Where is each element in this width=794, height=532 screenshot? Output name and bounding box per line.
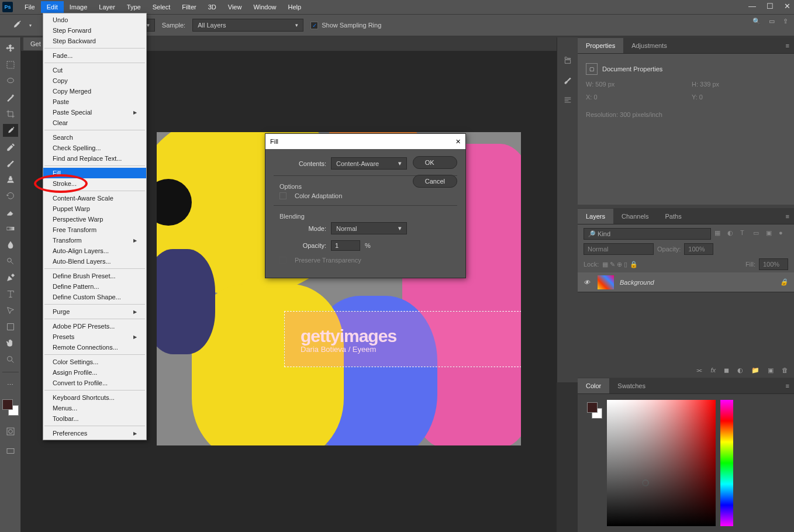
layer-row-background[interactable]: 👁 Background 🔒	[578, 272, 794, 292]
group-icon[interactable]: 📁	[751, 367, 760, 374]
marquee-tool[interactable]	[3, 58, 18, 71]
fill-dialog-titlebar[interactable]: Fill ✕	[265, 134, 465, 149]
hand-tool[interactable]	[3, 337, 18, 350]
link-layers-icon[interactable]: ⫘	[696, 367, 702, 374]
dodge-tool[interactable]	[3, 255, 18, 268]
path-selection-tool[interactable]	[3, 304, 18, 317]
menu-item-presets[interactable]: Presets▶	[43, 331, 146, 342]
menu-select[interactable]: Select	[147, 1, 177, 13]
menu-item-perspective-warp[interactable]: Perspective Warp	[43, 214, 146, 224]
menu-item-fill[interactable]: Fill...	[43, 168, 146, 178]
edit-toolbar-button[interactable]: ⋯	[3, 378, 18, 391]
delete-layer-icon[interactable]: 🗑	[782, 367, 788, 374]
menu-item-puppet-warp[interactable]: Puppet Warp	[43, 203, 146, 214]
filter-pixel-icon[interactable]: ▦	[714, 229, 724, 239]
menu-item-assign-profile[interactable]: Assign Profile...	[43, 367, 146, 378]
layer-filter-select[interactable]: 🔎 Kind	[584, 228, 711, 240]
menu-file[interactable]: File	[19, 1, 41, 13]
menu-edit[interactable]: Edit	[41, 1, 64, 13]
menu-item-purge[interactable]: Purge▶	[43, 306, 146, 317]
layer-mask-icon[interactable]: ◼	[724, 367, 729, 374]
tool-dropdown-icon[interactable]: ▾	[29, 23, 32, 28]
lasso-tool[interactable]	[3, 75, 18, 88]
maximize-button[interactable]: ☐	[767, 2, 774, 11]
eyedropper-tool[interactable]	[3, 124, 18, 137]
menu-help[interactable]: Help	[282, 1, 308, 13]
workspace-icon[interactable]: ▭	[769, 18, 775, 25]
filter-smart-icon[interactable]: ▣	[766, 229, 775, 239]
menu-item-paste[interactable]: Paste	[43, 96, 146, 107]
menu-item-keyboard-shortcuts[interactable]: Keyboard Shortcuts...	[43, 392, 146, 403]
menu-item-check-spelling[interactable]: Check Spelling...	[43, 143, 146, 153]
menu-item-color-settings[interactable]: Color Settings...	[43, 357, 146, 367]
menu-item-stroke[interactable]: Stroke...	[43, 178, 146, 189]
cancel-button[interactable]: Cancel	[413, 175, 457, 188]
history-panel-icon[interactable]	[561, 54, 574, 67]
crop-tool[interactable]	[3, 108, 18, 120]
menu-item-remote-connections[interactable]: Remote Connections...	[43, 342, 146, 353]
close-button[interactable]: ✕	[784, 2, 790, 11]
menu-item-copy[interactable]: Copy	[43, 75, 146, 86]
tab-swatches[interactable]: Swatches	[609, 378, 654, 393]
tab-color[interactable]: Color	[578, 378, 609, 393]
paragraph-panel-icon[interactable]	[561, 94, 574, 106]
quick-mask-toggle[interactable]	[3, 425, 18, 438]
opacity-input[interactable]	[331, 240, 360, 251]
foreground-background-colors[interactable]	[2, 399, 19, 416]
hue-slider[interactable]	[720, 400, 733, 526]
healing-brush-tool[interactable]	[3, 140, 18, 153]
menu-item-search[interactable]: Search	[43, 132, 146, 143]
menu-3d[interactable]: 3D	[202, 1, 222, 13]
visibility-toggle-icon[interactable]: 👁	[584, 279, 592, 286]
ok-button[interactable]: OK	[413, 156, 457, 169]
menu-item-undo[interactable]: Undo	[43, 15, 146, 25]
type-tool[interactable]	[3, 288, 18, 300]
filter-type-icon[interactable]: T	[740, 229, 750, 239]
tab-channels[interactable]: Channels	[613, 209, 657, 224]
menu-item-menus[interactable]: Menus...	[43, 403, 146, 413]
zoom-tool[interactable]	[3, 353, 18, 366]
tab-paths[interactable]: Paths	[657, 209, 690, 224]
menu-item-toolbar[interactable]: Toolbar...	[43, 413, 146, 424]
menu-view[interactable]: View	[222, 1, 248, 13]
gradient-tool[interactable]	[3, 222, 18, 235]
menu-item-auto-blend-layers[interactable]: Auto-Blend Layers...	[43, 256, 146, 267]
color-panel-swatches[interactable]	[587, 402, 602, 419]
screen-mode-toggle[interactable]	[3, 445, 18, 458]
color-picker-marker[interactable]	[642, 479, 649, 486]
menu-item-preferences[interactable]: Preferences▶	[43, 428, 146, 438]
menu-image[interactable]: Image	[64, 1, 94, 13]
move-tool[interactable]	[3, 42, 18, 55]
menu-item-define-custom-shape[interactable]: Define Custom Shape...	[43, 292, 146, 302]
color-field[interactable]	[607, 400, 716, 526]
minimize-button[interactable]: —	[748, 2, 756, 11]
menu-filter[interactable]: Filter	[176, 1, 202, 13]
menu-item-clear[interactable]: Clear	[43, 118, 146, 128]
menu-item-auto-align-layers[interactable]: Auto-Align Layers...	[43, 246, 146, 256]
layer-style-icon[interactable]: fx	[710, 367, 716, 374]
menu-item-adobe-pdf-presets[interactable]: Adobe PDF Presets...	[43, 321, 146, 331]
new-layer-icon[interactable]: ▣	[768, 367, 774, 374]
menu-item-step-backward[interactable]: Step Backward	[43, 36, 146, 46]
panel-menu-icon[interactable]: ≡	[786, 42, 789, 49]
filter-shape-icon[interactable]: ▭	[753, 229, 762, 239]
pen-tool[interactable]	[3, 271, 18, 284]
panel-menu-icon[interactable]: ≡	[786, 382, 789, 389]
eyedropper-icon[interactable]	[11, 19, 22, 32]
blur-tool[interactable]	[3, 239, 18, 251]
menu-item-cut[interactable]: Cut	[43, 65, 146, 75]
menu-item-find-and-replace-text[interactable]: Find and Replace Text...	[43, 153, 146, 164]
tab-adjustments[interactable]: Adjustments	[623, 38, 675, 53]
menu-item-step-forward[interactable]: Step Forward	[43, 25, 146, 36]
menu-item-define-pattern[interactable]: Define Pattern...	[43, 281, 146, 292]
menu-item-free-transform[interactable]: Free Transform	[43, 224, 146, 235]
menu-item-convert-to-profile[interactable]: Convert to Profile...	[43, 378, 146, 388]
menu-item-define-brush-preset[interactable]: Define Brush Preset...	[43, 271, 146, 281]
search-icon[interactable]: 🔍	[752, 18, 761, 25]
color-adaptation-checkbox[interactable]	[279, 192, 286, 199]
brushes-panel-icon[interactable]	[561, 74, 574, 87]
sample-select[interactable]: All Layers▾	[192, 19, 303, 32]
menu-item-content-aware-scale[interactable]: Content-Aware Scale	[43, 193, 146, 203]
magic-wand-tool[interactable]	[3, 91, 18, 104]
menu-layer[interactable]: Layer	[93, 1, 121, 13]
